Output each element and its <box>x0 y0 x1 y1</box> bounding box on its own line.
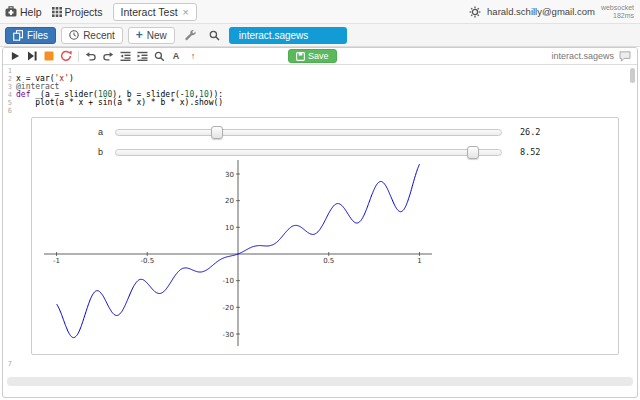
function-plot: -1-0.50.51-30-20-10102030 <box>42 158 434 350</box>
redo-icon[interactable] <box>100 49 116 63</box>
code-line[interactable]: 5 plot(a * x + sin(a * x) * b * x).show(… <box>3 99 637 107</box>
recent-button[interactable]: Recent <box>61 27 123 44</box>
restart-icon[interactable] <box>58 49 74 63</box>
recent-label: Recent <box>83 30 115 41</box>
new-label: New <box>147 30 167 41</box>
indent-icon[interactable] <box>134 49 150 63</box>
x-tick-label: -1 <box>53 257 60 265</box>
line-number: 1 <box>3 67 16 75</box>
project-tab[interactable]: Interact Test × <box>113 3 197 21</box>
code-line[interactable]: 6 <box>3 107 637 115</box>
outdent-icon[interactable] <box>117 49 133 63</box>
y-tick-label: 20 <box>225 197 234 205</box>
code-line[interactable]: 1 <box>3 67 637 75</box>
font-icon[interactable]: A <box>168 49 184 63</box>
medkit-help-icon <box>5 6 17 17</box>
stop-icon[interactable] <box>41 49 57 63</box>
projects-label: Projects <box>65 6 103 18</box>
line-number: 4 <box>3 91 16 99</box>
interact-control-a: a 26.2 <box>32 124 618 140</box>
websocket-status: websocket 182ms <box>601 4 636 20</box>
step-forward-icon[interactable] <box>24 49 40 63</box>
undo-icon[interactable] <box>83 49 99 63</box>
y-tick-label: -30 <box>223 331 234 339</box>
horizontal-scrollbar[interactable] <box>7 377 633 386</box>
run-icon[interactable] <box>7 49 23 63</box>
wrench-icon <box>184 29 196 41</box>
files-copy-icon <box>13 30 23 41</box>
slider-a-track[interactable] <box>115 129 502 136</box>
floppy-icon <box>296 52 305 61</box>
project-toolbar: Files Recent + New interact.sagews <box>0 24 640 47</box>
slider-a-value: 26.2 <box>520 127 540 137</box>
y-tick-label: -10 <box>223 277 234 285</box>
slider-b-track[interactable] <box>115 149 502 156</box>
settings-wrench-button[interactable] <box>180 27 200 44</box>
gear-icon[interactable] <box>469 6 481 18</box>
account-email[interactable]: harald.schilly@gmail.com <box>487 6 595 17</box>
line-number: 6 <box>3 107 16 115</box>
chat-icon[interactable] <box>619 51 631 62</box>
line-number: 3 <box>3 83 16 91</box>
clock-icon <box>69 30 79 40</box>
account-area: harald.schilly@gmail.com websocket 182ms <box>469 4 640 20</box>
slider-a-label: a <box>32 127 115 137</box>
save-label: Save <box>308 51 329 61</box>
plot-container: -1-0.50.51-30-20-10102030 <box>42 158 434 354</box>
line-number: 5 <box>3 99 16 107</box>
x-tick-label: 0.5 <box>323 257 334 265</box>
slider-b-label: b <box>32 147 115 157</box>
websocket-label: websocket <box>601 4 634 12</box>
vertical-scrollbar-thumb[interactable] <box>630 68 635 83</box>
line-number: 7 <box>3 360 16 368</box>
find-icon[interactable] <box>151 49 167 63</box>
open-file-tab[interactable]: interact.sagews <box>229 27 347 44</box>
editor-toolbar-right: interact.sagews <box>551 51 633 62</box>
projects-menu[interactable]: Projects <box>47 0 108 24</box>
websocket-latency: 182ms <box>601 12 634 20</box>
save-button[interactable]: Save <box>288 49 337 63</box>
open-file-name: interact.sagews <box>239 30 308 41</box>
plus-icon: + <box>136 30 143 40</box>
search-icon <box>209 30 220 41</box>
help-label: Help <box>20 6 42 18</box>
caret-up-icon[interactable]: ↑ <box>185 49 201 63</box>
y-tick-label: -20 <box>223 304 234 312</box>
help-menu[interactable]: Help <box>0 0 47 24</box>
files-label: Files <box>27 30 48 41</box>
x-tick-label: 1 <box>417 257 421 265</box>
files-button[interactable]: Files <box>5 27 56 44</box>
y-tick-label: 30 <box>225 171 234 179</box>
editor-panel: A ↑ Save interact.sagews 12x = var('x')3… <box>2 47 638 398</box>
projects-grid-icon <box>52 7 62 17</box>
y-tick-label: 10 <box>225 224 234 232</box>
slider-b-value: 8.52 <box>520 147 540 157</box>
top-navbar: Help Projects Interact Test × harald.sch… <box>0 0 640 24</box>
toolbar-divider <box>78 51 79 62</box>
trailing-code-line[interactable]: 7 <box>3 358 637 368</box>
line-number: 2 <box>3 75 16 83</box>
x-tick-label: -0.5 <box>140 257 154 265</box>
slider-b-handle[interactable] <box>467 146 479 159</box>
editor-toolbar: A ↑ Save interact.sagews <box>3 48 637 65</box>
code-area: 12x = var('x')3@interact4def _(a = slide… <box>3 65 637 115</box>
interact-output: a 26.2 b 8.52 -1-0.50.51-30-20-10102030 <box>31 117 619 355</box>
code-line[interactable]: 2x = var('x') <box>3 75 637 83</box>
close-icon[interactable]: × <box>183 6 189 18</box>
new-button[interactable]: + New <box>128 27 175 44</box>
slider-a-handle[interactable] <box>211 126 223 139</box>
search-button[interactable] <box>205 27 224 44</box>
code-text: plot(a * x + sin(a * x) * b * x).show() <box>16 99 223 107</box>
project-tab-label: Interact Test <box>121 6 178 18</box>
document-title: interact.sagews <box>551 51 614 61</box>
